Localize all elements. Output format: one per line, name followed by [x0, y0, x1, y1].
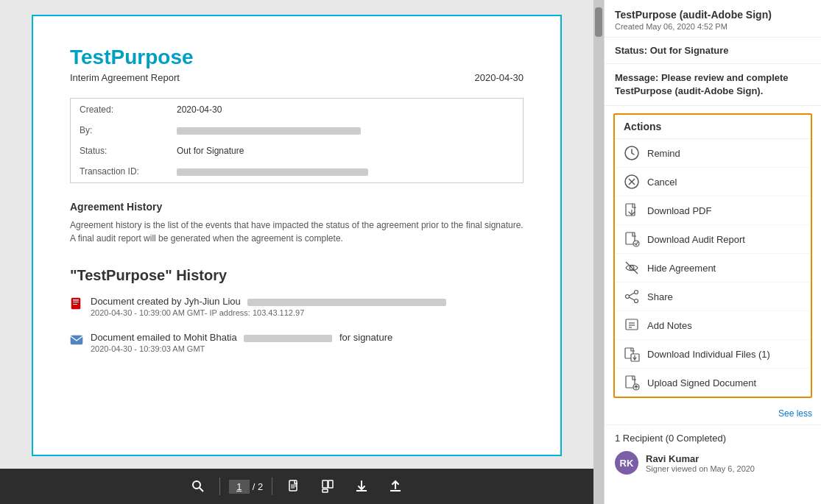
recipient-info: Ravi Kumar Signer viewed on May 6, 2020 — [646, 453, 755, 473]
history-item-created: Document created by Jyh-Jiun Liou 2020-0… — [91, 296, 446, 317]
created-value: 2020-04-30 — [169, 100, 521, 119]
scrollbar[interactable] — [593, 0, 604, 504]
history-item-created-text: Document created by Jyh-Jiun Liou — [91, 296, 241, 307]
message-label: Message: — [615, 72, 658, 83]
history-item-emailed: Document emailed to Mohit Bhatia for sig… — [91, 332, 392, 353]
page-indicator: 1 / 2 — [229, 480, 263, 494]
share-label: Share — [647, 291, 673, 302]
actions-panel: Actions Remind Cancel — [613, 113, 812, 398]
recipient-section: 1 Recipient (0 Completed) RK Ravi Kumar … — [605, 425, 821, 482]
notes-icon — [624, 317, 640, 333]
action-upload-signed[interactable]: Upload Signed Document — [615, 369, 811, 397]
svg-rect-2 — [73, 302, 79, 302]
rp-header: TestPurpose (audit-Adobe Sign) Created M… — [605, 0, 821, 38]
add-notes-label: Add Notes — [647, 320, 692, 331]
status-value: Out for Signature — [169, 141, 521, 160]
svg-point-26 — [635, 291, 638, 294]
agreement-history-title: Agreement History — [70, 201, 524, 213]
emailed-doc-icon — [70, 333, 83, 347]
svg-rect-1 — [73, 299, 79, 301]
rp-title: TestPurpose (audit-Adobe Sign) — [615, 9, 811, 21]
toolbar-divider-2 — [272, 478, 272, 495]
download-button[interactable] — [349, 477, 374, 496]
doc-subtitle: Interim Agreement Report — [70, 72, 180, 83]
search-button[interactable] — [186, 477, 211, 496]
actions-title: Actions — [615, 115, 811, 139]
hide-agreement-label: Hide Agreement — [647, 263, 716, 274]
action-cancel[interactable]: Cancel — [615, 168, 811, 196]
download-pdf-label: Download PDF — [647, 205, 711, 216]
svg-point-28 — [635, 299, 638, 303]
status-label: Status: — [72, 141, 168, 160]
svg-rect-3 — [73, 304, 77, 305]
rp-created: Created May 06, 2020 4:52 PM — [615, 22, 811, 31]
history-item-emailed-date: 2020-04-30 - 10:39:03 AM GMT — [91, 344, 392, 353]
cancel-icon — [624, 174, 640, 190]
recipient-item: RK Ravi Kumar Signer viewed on May 6, 20… — [615, 451, 811, 475]
svg-rect-13 — [323, 489, 328, 492]
download-audit-icon — [624, 231, 640, 247]
svg-point-5 — [193, 481, 200, 489]
doc-toolbar: 1 / 2 — [0, 469, 593, 504]
see-less-button[interactable]: See less — [605, 405, 821, 425]
avatar: RK — [615, 451, 638, 475]
svg-line-30 — [630, 297, 635, 300]
svg-rect-7 — [289, 480, 297, 491]
action-remind[interactable]: Remind — [615, 139, 811, 168]
document-viewer: ⧉ TestPurpose Interim Agreement Report 2… — [0, 0, 593, 504]
transaction-redacted — [177, 168, 368, 176]
file-icon-button[interactable] — [281, 477, 306, 496]
status-label: Status: — [615, 45, 647, 56]
upload-signed-label: Upload Signed Document — [647, 377, 756, 388]
action-add-notes[interactable]: Add Notes — [615, 311, 811, 340]
scroll-thumb[interactable] — [595, 7, 602, 37]
current-page-input[interactable]: 1 — [229, 480, 250, 494]
svg-rect-4 — [71, 336, 82, 344]
hide-icon — [624, 260, 640, 276]
history-section-title: "TestPurpose" History — [70, 267, 524, 284]
created-label: Created: — [72, 100, 168, 119]
recipient-name: Ravi Kumar — [646, 453, 755, 464]
upload-button[interactable] — [383, 477, 408, 496]
download-pdf-icon — [624, 202, 640, 219]
download-audit-label: Download Audit Report — [647, 234, 745, 245]
action-share[interactable]: Share — [615, 283, 811, 311]
svg-rect-11 — [323, 480, 328, 488]
history-item-emailed-suffix: for signature — [339, 332, 392, 343]
svg-rect-31 — [626, 319, 638, 330]
download-individual-label: Download Individual Files (1) — [647, 349, 770, 360]
cancel-label: Cancel — [647, 177, 677, 188]
svg-line-29 — [630, 293, 635, 296]
transaction-label: Transaction ID: — [72, 162, 168, 181]
action-hide-agreement[interactable]: Hide Agreement — [615, 254, 811, 283]
toolbar-divider — [219, 478, 220, 495]
history-created-redacted — [247, 299, 446, 306]
recipient-viewed: Signer viewed on May 6, 2020 — [646, 464, 755, 473]
history-item: Document created by Jyh-Jiun Liou 2020-0… — [70, 296, 524, 317]
history-emailed-redacted — [244, 335, 332, 342]
doc-page: TestPurpose Interim Agreement Report 202… — [32, 15, 562, 456]
share-icon — [624, 288, 640, 305]
action-download-audit[interactable]: Download Audit Report — [615, 225, 811, 254]
rp-message: Message: Please review and complete Test… — [605, 64, 821, 106]
recipient-title: 1 Recipient (0 Completed) — [615, 433, 811, 444]
by-label: By: — [72, 121, 168, 140]
doc-scroll-area[interactable]: ⧉ TestPurpose Interim Agreement Report 2… — [0, 0, 593, 469]
page-view-button[interactable] — [315, 477, 340, 496]
history-item-emailed-text: Document emailed to Mohit Bhatia — [91, 332, 237, 343]
doc-date: 2020-04-30 — [475, 72, 524, 83]
history-item-created-date: 2020-04-30 - 10:39:00 AM GMT- IP address… — [91, 308, 446, 317]
svg-point-27 — [626, 295, 630, 299]
action-download-individual[interactable]: Download Individual Files (1) — [615, 340, 811, 369]
meta-table: Created: 2020-04-30 By: Status: Out for … — [70, 98, 524, 183]
action-download-pdf[interactable]: Download PDF — [615, 196, 811, 225]
status-value: Out for Signature — [650, 45, 729, 56]
svg-line-25 — [626, 262, 638, 274]
remind-label: Remind — [647, 148, 680, 159]
remind-icon — [624, 145, 640, 161]
doc-title: TestPurpose — [70, 46, 524, 69]
svg-rect-12 — [328, 480, 333, 488]
upload-signed-icon — [624, 375, 640, 391]
by-redacted — [177, 127, 361, 135]
right-panel: TestPurpose (audit-Adobe Sign) Created M… — [604, 0, 821, 504]
